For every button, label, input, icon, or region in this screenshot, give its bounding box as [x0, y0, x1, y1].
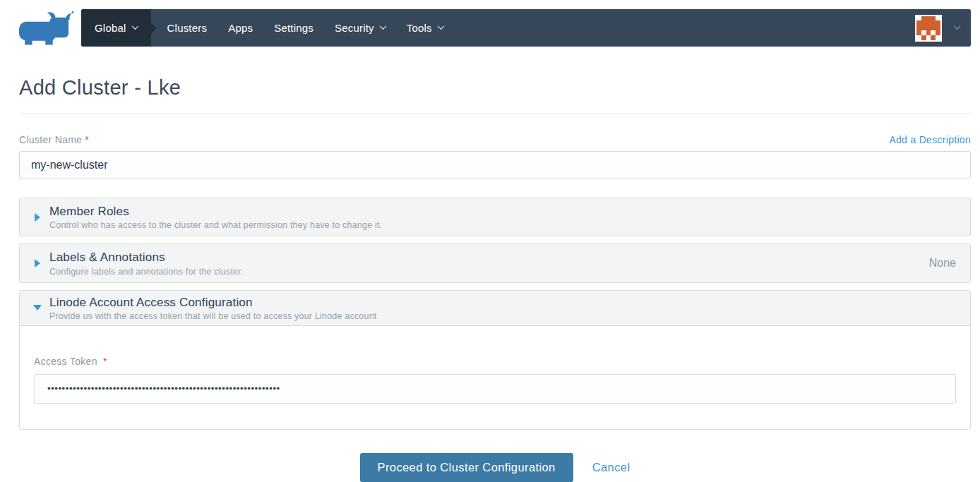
linode-access-section: Linode Account Access Configuration Prov…	[19, 290, 971, 430]
top-navbar: Global Clusters Apps Settings Security T…	[81, 9, 971, 47]
cluster-name-input[interactable]	[19, 151, 971, 179]
identicon-cell	[936, 35, 940, 40]
linode-access-text: Linode Account Access Configuration Prov…	[49, 295, 376, 321]
linode-access-title: Linode Account Access Configuration	[49, 295, 376, 310]
identicon-cell	[916, 16, 921, 21]
nav-item-global[interactable]: Global	[81, 9, 151, 47]
page-content: Add Cluster - Lke Cluster Name* Add a De…	[0, 76, 980, 482]
access-token-label: Access Token *	[34, 356, 107, 367]
add-description-link[interactable]: Add a Description	[889, 134, 971, 145]
required-asterisk: *	[85, 134, 89, 145]
nav-item-apps[interactable]: Apps	[217, 9, 263, 47]
identicon-cell	[921, 16, 926, 21]
user-avatar-identicon[interactable]	[915, 15, 942, 42]
member-roles-accordion[interactable]: Member Roles Control who has access to t…	[19, 198, 971, 236]
active-item-tail	[151, 23, 157, 34]
identicon-cell	[916, 25, 921, 30]
rancher-logo[interactable]	[17, 8, 75, 47]
labels-annotations-text: Labels & Annotations Configure labels an…	[49, 250, 244, 276]
nav-item-global-label: Global	[95, 22, 126, 34]
chevron-down-icon[interactable]	[954, 23, 961, 30]
identicon-cell	[921, 20, 926, 25]
user-menu	[915, 9, 971, 47]
expand-arrow-icon	[35, 259, 40, 267]
collapse-arrow-icon	[33, 305, 42, 311]
chevron-down-icon	[131, 23, 138, 30]
nav-item-security[interactable]: Security	[324, 9, 396, 47]
proceed-button[interactable]: Proceed to Cluster Configuration	[360, 453, 573, 482]
identicon-cell	[921, 25, 926, 30]
identicon-cell	[936, 16, 940, 21]
form-actions: Proceed to Cluster Configuration Cancel	[19, 453, 971, 482]
nav-item-clusters[interactable]: Clusters	[157, 9, 218, 47]
app-header: Global Clusters Apps Settings Security T…	[0, 0, 980, 56]
nav-item-tools[interactable]: Tools	[396, 9, 454, 47]
rancher-cow-icon	[17, 37, 75, 49]
required-asterisk: *	[103, 356, 107, 367]
identicon-cell	[921, 35, 926, 40]
title-divider	[19, 113, 971, 114]
member-roles-subtitle: Control who has access to the cluster an…	[49, 220, 382, 230]
identicon-cell	[931, 16, 936, 21]
identicon-cell	[926, 25, 931, 30]
linode-access-subtitle: Provide us with the access token that wi…	[49, 311, 376, 321]
identicon-cell	[926, 16, 931, 21]
labels-annotations-title: Labels & Annotations	[49, 250, 244, 265]
nav-item-settings-label: Settings	[274, 22, 313, 34]
labels-annotations-accordion[interactable]: Labels & Annotations Configure labels an…	[19, 243, 971, 282]
member-roles-text: Member Roles Control who has access to t…	[49, 204, 382, 230]
member-roles-title: Member Roles	[49, 204, 382, 219]
chevron-down-icon	[437, 23, 444, 30]
identicon-cell	[921, 30, 926, 35]
identicon-cell	[936, 25, 940, 30]
labels-annotations-value: None	[929, 257, 959, 270]
linode-access-body: Access Token *	[20, 326, 970, 429]
page-title: Add Cluster - Lke	[19, 76, 971, 100]
identicon-cell	[916, 35, 921, 40]
identicon-cell	[931, 30, 936, 35]
cancel-link[interactable]: Cancel	[592, 461, 631, 474]
identicon-cell	[936, 30, 940, 35]
cluster-name-row: Cluster Name* Add a Description	[19, 134, 971, 145]
linode-access-accordion[interactable]: Linode Account Access Configuration Prov…	[20, 291, 970, 326]
chevron-down-icon	[379, 23, 386, 30]
identicon-cell	[936, 20, 940, 25]
cluster-name-label: Cluster Name*	[19, 134, 89, 145]
access-token-input[interactable]	[34, 374, 956, 404]
identicon-cell	[931, 25, 936, 30]
identicon-cell	[916, 30, 921, 35]
access-token-label-text: Access Token	[34, 356, 97, 367]
expand-arrow-icon	[35, 213, 40, 222]
cluster-name-label-text: Cluster Name	[19, 134, 82, 145]
nav-item-settings[interactable]: Settings	[263, 9, 324, 47]
nav-item-tools-label: Tools	[407, 22, 432, 34]
nav-item-security-label: Security	[335, 22, 374, 34]
identicon-cell	[931, 35, 936, 40]
nav-item-clusters-label: Clusters	[167, 22, 208, 34]
identicon-cell	[926, 20, 931, 25]
labels-annotations-subtitle: Configure labels and annotations for the…	[49, 267, 244, 277]
identicon-cell	[926, 35, 931, 40]
identicon-cell	[931, 20, 936, 25]
identicon-cell	[926, 30, 931, 35]
nav-item-apps-label: Apps	[228, 22, 253, 34]
identicon-cell	[916, 20, 921, 25]
